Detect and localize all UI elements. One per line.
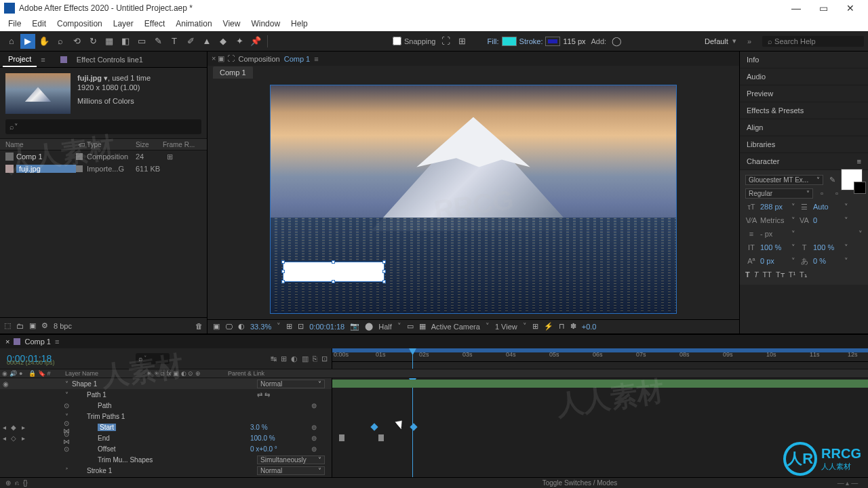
maximize-button[interactable]: ▭ bbox=[810, 3, 837, 14]
flowchart-icon[interactable]: ✽ bbox=[570, 322, 576, 331]
prop-offset[interactable]: ⊙ Offset 0 x+0.0 °⊚ bbox=[0, 443, 332, 454]
search-help[interactable]: ⌕ Search Help bbox=[762, 36, 864, 47]
selected-shape[interactable] bbox=[283, 262, 384, 282]
folder-icon[interactable]: 🗀 bbox=[16, 322, 24, 330]
keyframe-hold-icon[interactable] bbox=[378, 434, 384, 441]
close-button[interactable]: ✕ bbox=[837, 3, 864, 14]
hand-tool[interactable]: ✋ bbox=[37, 34, 52, 49]
roi-icon[interactable]: ▭ bbox=[407, 322, 414, 331]
pen-tool[interactable]: ✎ bbox=[151, 34, 165, 49]
grid-icon[interactable]: ⊡ bbox=[298, 322, 304, 331]
res-full-icon[interactable]: ⊞ bbox=[286, 322, 292, 331]
asset-row-image[interactable]: fuji.jpg Importe...G 611 KB bbox=[0, 163, 207, 175]
menu-effect[interactable]: Effect bbox=[139, 19, 170, 28]
snapping-checkbox[interactable] bbox=[393, 37, 401, 45]
panel-align[interactable]: Align bbox=[740, 119, 868, 136]
comp-tab[interactable]: Comp 1 bbox=[213, 66, 253, 79]
brush-tool[interactable]: ✐ bbox=[183, 34, 198, 49]
playhead[interactable] bbox=[412, 348, 413, 369]
frame-blend-icon[interactable]: ⊞ bbox=[281, 354, 287, 363]
panel-effects[interactable]: Effects & Presets bbox=[740, 102, 868, 119]
subscript-button[interactable]: T₁ bbox=[800, 270, 807, 279]
fill-label[interactable]: Fill: bbox=[488, 37, 499, 45]
eraser-tool[interactable]: ◆ bbox=[216, 34, 231, 49]
timeline-tab[interactable]: Comp 1 bbox=[24, 338, 51, 346]
leading[interactable]: Auto bbox=[813, 203, 842, 211]
puppet-tool[interactable]: 📌 bbox=[248, 34, 263, 49]
eyedropper-icon[interactable]: ✎ bbox=[826, 176, 838, 184]
layer-path1[interactable]: ˅ Path 1 ⇄ ⇆ bbox=[0, 389, 332, 400]
add-button[interactable]: ◯ bbox=[609, 34, 624, 49]
stroke-label[interactable]: Stroke: bbox=[519, 37, 543, 45]
baseline[interactable]: 0 px bbox=[760, 257, 789, 265]
prop-path[interactable]: ⊙ Path ⊚ bbox=[0, 400, 332, 411]
show-channel-icon[interactable]: ⬤ bbox=[365, 322, 373, 331]
minimize-button[interactable]: — bbox=[783, 3, 810, 14]
asset-row-comp[interactable]: Comp 1 Composition 24 ⊞ bbox=[0, 150, 207, 163]
font-family-dropdown[interactable]: Gloucester MT Ex...˅ bbox=[745, 175, 823, 185]
font-style-dropdown[interactable]: Regular˅ bbox=[745, 188, 813, 199]
stroke-swatch[interactable] bbox=[545, 37, 560, 46]
interpret-icon[interactable]: ⬚ bbox=[4, 321, 11, 330]
menu-window[interactable]: Window bbox=[245, 19, 285, 28]
menu-composition[interactable]: Composition bbox=[52, 19, 108, 28]
settings-icon[interactable]: ⚙ bbox=[41, 321, 48, 330]
prop-start[interactable]: ◂◆▸ ⊙ ⋈ Start 3.0 %⊚ bbox=[0, 422, 332, 432]
hscale[interactable]: 100 % bbox=[813, 243, 842, 251]
shy-icon[interactable]: ↹ bbox=[271, 354, 277, 363]
resolution-dropdown[interactable]: Half bbox=[378, 323, 392, 331]
exposure[interactable]: +0.0 bbox=[582, 323, 597, 331]
pan-behind-tool[interactable]: ◧ bbox=[118, 34, 133, 49]
switches-icon[interactable]: ⎌ bbox=[15, 479, 19, 487]
stroke-width[interactable]: 115 px bbox=[563, 37, 585, 45]
blend-mode-dropdown[interactable]: Normal˅ bbox=[257, 380, 325, 388]
bpc-label[interactable]: 8 bpc bbox=[54, 322, 72, 330]
menu-file[interactable]: File bbox=[3, 19, 26, 28]
channel-icon[interactable]: 🖵 bbox=[225, 323, 233, 331]
keyframe-icon[interactable] bbox=[410, 423, 417, 430]
rotate-tool[interactable]: ↻ bbox=[85, 34, 100, 49]
expand-icon[interactable]: ⊕ bbox=[5, 479, 11, 487]
menu-edit[interactable]: Edit bbox=[26, 19, 52, 28]
superscript-button[interactable]: T¹ bbox=[789, 270, 795, 279]
workspace-dropdown[interactable]: Default bbox=[705, 37, 728, 45]
draft3d-icon[interactable]: ⎘ bbox=[313, 354, 317, 363]
panel-audio[interactable]: Audio bbox=[740, 68, 868, 85]
mask-icon[interactable]: ◐ bbox=[238, 322, 245, 331]
fast-preview-icon[interactable]: ⚡ bbox=[544, 322, 553, 331]
layer-stroke1[interactable]: ˃ Stroke 1 Normal˅ bbox=[0, 465, 332, 476]
snap-opt2-icon[interactable]: ⊞ bbox=[455, 34, 470, 49]
current-time[interactable]: 0:00:01:18 bbox=[309, 323, 344, 331]
timeline-icon[interactable]: ⊓ bbox=[559, 322, 565, 331]
panel-libraries[interactable]: Libraries bbox=[740, 136, 868, 153]
smallcaps-button[interactable]: Tᴛ bbox=[776, 270, 785, 279]
transparency-icon[interactable]: ▦ bbox=[419, 322, 426, 331]
panel-preview[interactable]: Preview bbox=[740, 85, 868, 102]
stroke-width-val[interactable]: - px bbox=[760, 230, 789, 238]
trash-icon[interactable]: 🗑 bbox=[195, 322, 203, 330]
asset-columns[interactable]: Name 🏷 Type Size Frame R... bbox=[0, 138, 207, 150]
kerning[interactable]: Metrics bbox=[760, 216, 789, 224]
modes-icon[interactable]: {} bbox=[23, 479, 28, 487]
zoom-tool[interactable]: ⌕ bbox=[53, 34, 68, 49]
comp-active-name[interactable]: Comp 1 bbox=[284, 55, 311, 63]
menu-animation[interactable]: Animation bbox=[170, 19, 217, 28]
keyframe-icon[interactable] bbox=[370, 423, 378, 430]
graph-icon[interactable]: ▥ bbox=[302, 354, 309, 363]
bold-button[interactable]: T bbox=[745, 270, 750, 279]
text-tool[interactable]: T bbox=[167, 34, 182, 49]
orbit-tool[interactable]: ⟲ bbox=[69, 34, 84, 49]
camera-tool[interactable]: ▦ bbox=[102, 34, 117, 49]
prop-trim-multiple[interactable]: Trim Mu... Shapes Simultaneously˅ bbox=[0, 454, 332, 465]
tracking[interactable]: 0 bbox=[813, 216, 842, 224]
roto-tool[interactable]: ✦ bbox=[232, 34, 247, 49]
selection-tool[interactable]: ▶ bbox=[20, 34, 35, 49]
font-size[interactable]: 288 px bbox=[760, 203, 789, 211]
fill-swatch[interactable] bbox=[502, 37, 517, 46]
menu-layer[interactable]: Layer bbox=[108, 19, 139, 28]
pixel-icon[interactable]: ⊞ bbox=[532, 322, 538, 331]
rect-tool[interactable]: ▭ bbox=[134, 34, 149, 49]
trim-mode-dropdown[interactable]: Simultaneously˅ bbox=[257, 455, 325, 464]
camera-dropdown[interactable]: Active Camera bbox=[431, 323, 480, 331]
snapshot-icon[interactable]: 📷 bbox=[350, 322, 359, 331]
